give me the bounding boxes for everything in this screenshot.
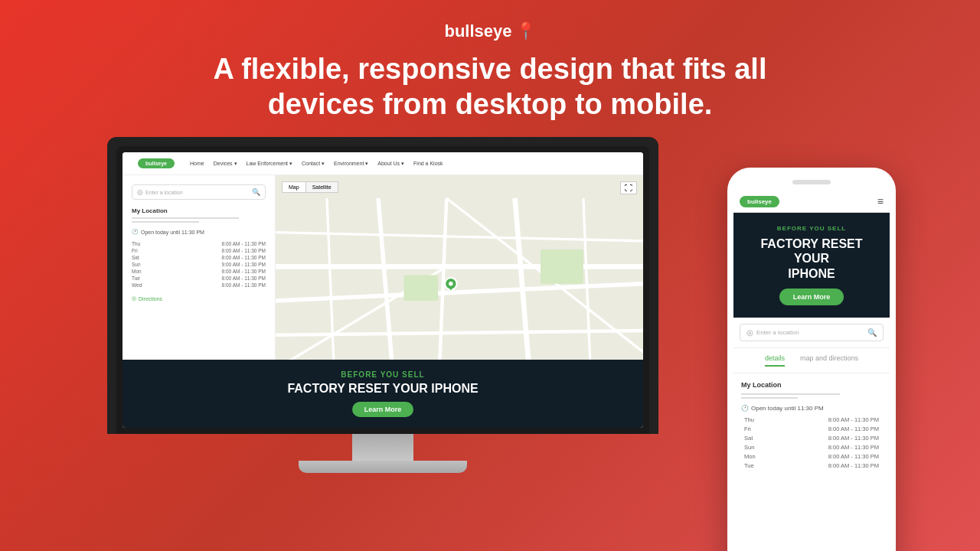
desktop-banner-title: FACTORY RESET YOUR IPHONE [287, 382, 478, 396]
phone-search-area: ◎ Enter a location 🔍 [733, 318, 890, 348]
nav-kiosk[interactable]: Find a Kiosk [413, 161, 443, 167]
monitor-screen: bullseye Home Devices ▾ Law Enforcement … [122, 152, 643, 428]
map-tab-row: Map Satellite [282, 181, 338, 193]
phone-hours-row-fri: Fri8:00 AM - 11:30 PM [741, 425, 882, 432]
desktop-nav-links: Home Devices ▾ Law Enforcement ▾ Contact… [190, 161, 443, 167]
desktop-nav: bullseye Home Devices ▾ Law Enforcement … [122, 152, 643, 175]
hours-row-sun: Sun9:00 AM - 11:30 PM [132, 262, 266, 267]
desktop-search-icon: 🔍 [252, 188, 260, 196]
phone-hours-list: Thu8:00 AM - 11:30 PM Fri8:00 AM - 11:30… [741, 416, 882, 469]
monitor-stand-base [299, 461, 467, 473]
phone-hamburger-menu[interactable]: ≡ [877, 195, 884, 207]
phone-hours-row-sat: Sat8:00 AM - 11:30 PM [741, 435, 882, 442]
clock-icon: 🕐 [132, 229, 139, 235]
phone-hours-row-thu: Thu8:00 AM - 11:30 PM [741, 416, 882, 423]
svg-point-16 [449, 282, 453, 286]
desktop-banner-before: BEFORE YOU SELL [341, 370, 424, 379]
brand-pin-icon: 📍 [515, 21, 536, 41]
desktop-banner-button[interactable]: Learn More [352, 402, 414, 417]
phone-banner-title: FACTORY RESET YOUR IPHONE [743, 236, 880, 281]
phone-search-bar[interactable]: ◎ Enter a location 🔍 [740, 324, 884, 341]
headline: A flexible, responsive design that fits … [214, 52, 767, 122]
hours-list: Thu8:00 AM - 11:30 PM Fri8:00 AM - 11:30… [132, 241, 266, 288]
phone-banner-title-line1: FACTORY RESET YOUR [760, 237, 862, 265]
monitor-stand-neck [352, 434, 413, 461]
map-tab-map[interactable]: Map [282, 181, 306, 193]
phone-top-area [733, 180, 890, 184]
phone-hours-row-mon: Mon8:00 AM - 11:30 PM [741, 453, 882, 460]
nav-environment[interactable]: Environment ▾ [334, 161, 368, 167]
phone-logo-bar: bullseye ≡ [733, 191, 890, 213]
svg-rect-12 [403, 276, 438, 301]
desktop-search-bar[interactable]: ◎ Enter a location 🔍 [132, 184, 266, 200]
nav-devices[interactable]: Devices ▾ [214, 161, 237, 167]
location-line-2 [132, 221, 199, 223]
phone-banner-before: BEFORE YOU SELL [743, 225, 880, 232]
phone-logo: bullseye [740, 196, 779, 207]
mobile-phone: bullseye ≡ BEFORE YOU SELL FACTORY RESET… [727, 168, 896, 551]
my-location-label: My Location [132, 207, 266, 214]
map-tab-satellite[interactable]: Satellite [306, 181, 338, 193]
phone-hours-row-tue: Tue8:00 AM - 11:30 PM [741, 462, 882, 469]
monitor-bezel: bullseye Home Devices ▾ Law Enforcement … [116, 146, 649, 434]
headline-line1: A flexible, responsive design that fits … [214, 53, 767, 85]
directions-label: Directions [139, 296, 162, 302]
desktop-monitor: bullseye Home Devices ▾ Law Enforcement … [107, 137, 658, 473]
phone-tab-map[interactable]: map and directions [800, 354, 858, 367]
brand-name: bullseye [444, 21, 511, 41]
location-pin-icon: ◎ [137, 188, 143, 196]
phone-hours-row-sun: Sun8:00 AM - 11:30 PM [741, 444, 882, 451]
devices-container: bullseye Home Devices ▾ Law Enforcement … [69, 137, 911, 550]
phone-search-icon: 🔍 [867, 328, 877, 337]
phone-search-placeholder: Enter a location [756, 329, 799, 336]
monitor-screen-wrapper: bullseye Home Devices ▾ Law Enforcement … [107, 137, 658, 434]
phone-location-section: My Location 🕐 Open today until 11:30 PM … [733, 373, 890, 476]
hours-row-thu: Thu8:00 AM - 11:30 PM [132, 241, 266, 246]
phone-open-label-text: Open today until 11:30 PM [751, 405, 824, 412]
header: bullseye📍 A flexible, responsive design … [214, 0, 767, 122]
location-line-1 [132, 217, 239, 219]
nav-contact[interactable]: Contact ▾ [302, 161, 325, 167]
phone-my-location-label: My Location [741, 381, 882, 389]
hours-row-fri: Fri8:00 AM - 11:30 PM [132, 248, 266, 253]
headline-line2: devices from desktop to mobile. [268, 88, 713, 120]
directions-link[interactable]: ◎ Directions [132, 295, 266, 302]
svg-rect-13 [541, 249, 583, 284]
open-label: 🕐 Open today until 11:30 PM [132, 229, 266, 235]
nav-about[interactable]: About Us ▾ [377, 161, 404, 167]
nav-home[interactable]: Home [190, 161, 204, 167]
phone-speaker [792, 180, 831, 184]
hours-row-tue: Tue8:00 AM - 11:30 PM [132, 276, 266, 281]
hours-row-sat: Sat8:00 AM - 11:30 PM [132, 255, 266, 260]
phone-location-line-1 [741, 393, 840, 395]
phone-location-icon: ◎ [746, 328, 753, 337]
nav-law[interactable]: Law Enforcement ▾ [247, 161, 292, 167]
brand-logo: bullseye📍 [214, 21, 767, 41]
hours-row-mon: Mon8:00 AM - 11:30 PM [132, 269, 266, 274]
desktop-nav-logo: bullseye [138, 158, 175, 168]
phone-tabs: details map and directions [733, 348, 890, 373]
phone-banner-title-line2: IPHONE [788, 267, 835, 280]
phone-banner: BEFORE YOU SELL FACTORY RESET YOUR IPHON… [733, 213, 890, 318]
desktop-banner: BEFORE YOU SELL FACTORY RESET YOUR IPHON… [122, 360, 643, 428]
phone-location-line-2 [741, 397, 798, 399]
open-label-text: Open today until 11:30 PM [141, 230, 204, 235]
phone-clock-icon: 🕐 [741, 405, 749, 412]
phone-open-label: 🕐 Open today until 11:30 PM [741, 405, 882, 412]
phone-tab-details[interactable]: details [765, 354, 785, 367]
directions-pin-icon: ◎ [132, 295, 136, 302]
map-expand-btn[interactable]: ⛶ [620, 181, 637, 194]
hours-row-wed: Wed8:00 AM - 11:30 PM [132, 282, 266, 288]
desktop-search-placeholder: Enter a location [145, 190, 183, 195]
phone-banner-button[interactable]: Learn More [779, 289, 844, 305]
